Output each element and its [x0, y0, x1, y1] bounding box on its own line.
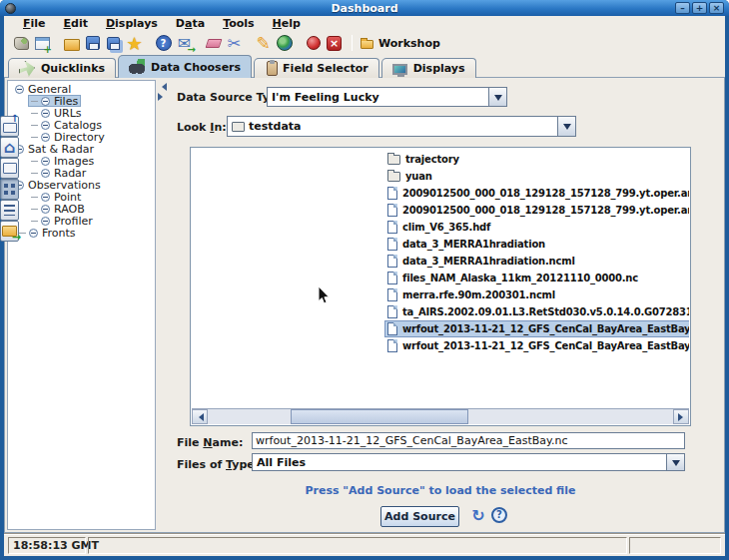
- expand-handle-icon[interactable]: [41, 217, 50, 226]
- expand-handle-icon[interactable]: [41, 133, 50, 142]
- menu-help[interactable]: Help: [264, 17, 310, 30]
- menu-tools[interactable]: Tools: [214, 17, 263, 30]
- edit-icon[interactable]: [254, 34, 273, 53]
- expand-right-icon[interactable]: [158, 93, 167, 101]
- file-list-item[interactable]: clim_V6_365.hdf: [384, 219, 493, 236]
- file-list-item[interactable]: yuan: [384, 168, 435, 185]
- record-icon[interactable]: [304, 34, 323, 53]
- new-folder-button[interactable]: [0, 158, 19, 179]
- help-icon[interactable]: [154, 34, 173, 53]
- file-name-label: wrfout_2013-11-21_12_GFS_CenCal_BayArea_…: [402, 323, 689, 334]
- split-pane-divider[interactable]: [157, 80, 168, 530]
- tree-item[interactable]: RAOB: [28, 203, 88, 215]
- expand-handle-icon[interactable]: [41, 193, 50, 202]
- expand-handle-icon[interactable]: [41, 121, 50, 130]
- expand-handle-icon[interactable]: [41, 109, 50, 118]
- file-list-item[interactable]: files_NAM_Alaska_11km_20121110_0000.nc: [384, 270, 641, 286]
- tree-item[interactable]: Images: [28, 155, 97, 167]
- file-list-item[interactable]: wrfout_2013-11-21_12_GFS_CenCal_BayArea_…: [384, 337, 689, 354]
- scrollbar-thumb[interactable]: [291, 409, 468, 424]
- expand-handle-icon[interactable]: [41, 169, 50, 178]
- tab-field-selector[interactable]: Field Selector: [254, 58, 379, 78]
- eraser-icon[interactable]: [204, 34, 223, 53]
- file-type-icon: [387, 221, 397, 234]
- look-in-combobox[interactable]: testdata: [227, 116, 576, 137]
- menu-file[interactable]: File: [14, 17, 55, 30]
- scroll-left-button[interactable]: [192, 409, 208, 424]
- expand-handle-icon[interactable]: [29, 229, 38, 238]
- cut-icon[interactable]: [225, 34, 244, 53]
- expand-handle-icon[interactable]: [41, 97, 50, 106]
- maximize-button[interactable]: +: [692, 2, 707, 14]
- data-source-type-combobox[interactable]: I'm Feeling Lucky: [267, 87, 507, 107]
- menu-displays[interactable]: Displays: [97, 17, 167, 30]
- file-type-icon: [387, 288, 397, 301]
- status-message-area: [88, 537, 627, 554]
- file-list-item[interactable]: merra.rfe.90m.200301.ncml: [384, 286, 558, 303]
- look-in-label: Look In:: [177, 121, 227, 134]
- tree-item[interactable]: Profiler: [28, 215, 96, 227]
- tab-data-choosers[interactable]: Data Choosers: [118, 55, 252, 78]
- home-button[interactable]: [0, 137, 19, 158]
- file-list-item[interactable]: wrfout_2013-11-21_12_GFS_CenCal_BayArea_…: [384, 320, 689, 337]
- help-icon[interactable]: ?: [491, 507, 507, 523]
- collapse-left-icon[interactable]: [158, 83, 167, 91]
- up-one-level-button[interactable]: [0, 116, 19, 137]
- tab-label: Quicklinks: [41, 62, 105, 75]
- tree-item[interactable]: Catalogs: [28, 119, 105, 131]
- files-of-type-combobox[interactable]: All Files: [252, 453, 685, 471]
- show-dashboard-icon[interactable]: [12, 34, 31, 53]
- data-source-type-value: I'm Feeling Lucky: [268, 91, 488, 104]
- details-view-button[interactable]: [0, 200, 19, 221]
- menu-edit[interactable]: Edit: [55, 17, 97, 30]
- tree-item[interactable]: Radar: [28, 167, 89, 179]
- file-list-item[interactable]: data_3_MERRA1hradiation.ncml: [384, 253, 578, 270]
- favorites-icon[interactable]: [125, 34, 144, 53]
- support-request-icon[interactable]: [175, 34, 194, 53]
- expand-handle-icon[interactable]: [15, 85, 24, 94]
- add-source-button[interactable]: Add Source: [380, 506, 459, 527]
- tree-item[interactable]: General: [12, 83, 74, 95]
- file-list-item[interactable]: ta_AIRS.2002.09.01.L3.RetStd030.v5.0.14.…: [384, 303, 689, 320]
- file-name-label: files_NAM_Alaska_11km_20121110_0000.nc: [402, 273, 638, 283]
- horizontal-scrollbar[interactable]: [192, 408, 689, 424]
- file-type-icon: [387, 155, 400, 165]
- file-list-item[interactable]: 2009012500_000_018_129128_157128_799.yt.…: [384, 185, 689, 202]
- tree-item[interactable]: Sat & Radar: [12, 143, 97, 155]
- save-icon[interactable]: [83, 34, 102, 53]
- refresh-button[interactable]: [0, 221, 19, 242]
- mouse-cursor: [318, 285, 331, 305]
- save-as-icon[interactable]: [104, 34, 123, 53]
- tree-item[interactable]: Observations: [12, 179, 104, 191]
- tree-item[interactable]: Files: [28, 95, 81, 107]
- tree-item[interactable]: Point: [28, 191, 84, 203]
- file-list-item[interactable]: trajectory: [384, 151, 462, 168]
- scroll-right-button[interactable]: [673, 409, 689, 424]
- title-bar[interactable]: Dashboard – + ×: [0, 0, 729, 16]
- close-button[interactable]: ×: [709, 2, 724, 14]
- globe-icon[interactable]: [275, 34, 294, 53]
- tree-item[interactable]: URLs: [28, 107, 85, 119]
- icons-view-button[interactable]: [0, 179, 19, 200]
- new-window-icon[interactable]: [33, 34, 52, 53]
- tree-item[interactable]: Fronts: [16, 227, 79, 239]
- tab-quicklinks[interactable]: Quicklinks: [8, 58, 116, 78]
- tree-item[interactable]: Directory: [28, 131, 108, 143]
- file-list-item[interactable]: data_3_MERRA1hradiation: [384, 236, 548, 253]
- tab-displays[interactable]: Displays: [381, 58, 476, 78]
- file-name-input[interactable]: wrfout_2013-11-21_12_GFS_CenCal_BayArea_…: [252, 432, 685, 449]
- file-list-item[interactable]: 2009012500_000_018_129128_157128_799.yt.…: [384, 202, 689, 219]
- minimize-button[interactable]: –: [675, 2, 690, 14]
- menu-data[interactable]: Data: [167, 17, 214, 30]
- expand-handle-icon[interactable]: [41, 205, 50, 214]
- workshop-toolbar-group[interactable]: Workshop: [361, 37, 440, 50]
- open-file-icon[interactable]: [62, 34, 81, 53]
- refresh-icon[interactable]: ↻: [469, 507, 487, 525]
- exit-icon[interactable]: [325, 34, 344, 53]
- data-source-type-dropdown-button[interactable]: [488, 88, 506, 106]
- scrollbar-track[interactable]: [208, 409, 673, 424]
- files-of-type-dropdown-button[interactable]: [666, 454, 684, 470]
- look-in-dropdown-button[interactable]: [557, 117, 575, 136]
- file-name-label: yuan: [405, 171, 432, 182]
- expand-handle-icon[interactable]: [41, 157, 50, 166]
